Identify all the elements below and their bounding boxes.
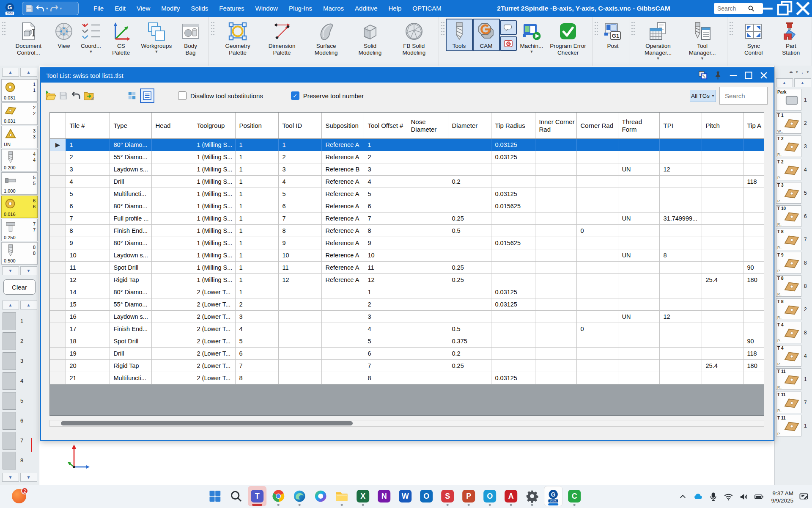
cell-toolgroup[interactable]: 2 (Lower T...	[193, 372, 235, 384]
cell-subposition[interactable]: Reference A	[321, 151, 364, 163]
row-selector-cell[interactable]	[50, 151, 66, 163]
cell-type[interactable]: Drill	[110, 176, 151, 188]
cell-type[interactable]: 80° Diamo...	[110, 139, 151, 151]
cell-type[interactable]: Spot Drill	[110, 335, 151, 348]
cell-nose-diameter[interactable]	[407, 237, 448, 249]
cell-tool-offset[interactable]: 7	[364, 213, 407, 225]
preserve-tool-number-checkbox[interactable]: ✓ Preserve tool number	[291, 91, 364, 100]
cell-corner-rad[interactable]	[576, 335, 618, 348]
cell-tile[interactable]: 15	[66, 298, 110, 311]
cell-subposition[interactable]	[321, 323, 364, 335]
column-header-nose-diameter[interactable]: Nose Diameter	[407, 113, 448, 139]
cell-tool-offset[interactable]: 6	[364, 200, 407, 213]
cell-tpi[interactable]	[659, 360, 702, 372]
scroll-down-button[interactable]: ▼	[2, 266, 19, 275]
cell-head[interactable]	[151, 225, 193, 237]
cell-inner-corner-rad[interactable]	[535, 274, 576, 286]
row-selector-cell[interactable]	[50, 249, 66, 262]
cell-pitch[interactable]	[702, 176, 743, 188]
cell-diameter[interactable]: 0.2	[448, 176, 491, 188]
cell-thread-form[interactable]	[618, 176, 659, 188]
tool-tile-5[interactable]: 551.000	[1, 172, 38, 195]
cell-inner-corner-rad[interactable]	[535, 372, 576, 384]
cell-tip-a[interactable]	[743, 237, 764, 249]
table-row-tile-12[interactable]: 12Rigid Tap1 (Milling S...112Reference A…	[50, 274, 764, 286]
cell-toolgroup[interactable]: 1 (Milling S...	[193, 225, 235, 237]
cell-toolgroup[interactable]: 1 (Milling S...	[193, 176, 235, 188]
cell-position[interactable]: 2	[235, 298, 278, 311]
cell-head[interactable]	[151, 262, 193, 274]
cell-diameter[interactable]	[448, 286, 491, 298]
turret-tile-6[interactable]: T 10P..6	[776, 205, 812, 227]
tool-slot-box[interactable]	[3, 332, 16, 350]
ribbon-button-sync-control[interactable]: Sync Control	[734, 19, 773, 58]
cell-diameter[interactable]	[448, 372, 491, 384]
cell-tpi[interactable]	[659, 262, 702, 274]
cell-tool-id[interactable]: 3	[278, 163, 321, 176]
ribbon-group-handle[interactable]	[441, 21, 445, 36]
ribbon-button-machin[interactable]: Machin...▼	[517, 19, 547, 55]
cell-nose-diameter[interactable]	[407, 213, 448, 225]
cell-tpi[interactable]	[659, 237, 702, 249]
cell-subposition[interactable]	[321, 286, 364, 298]
cell-subposition[interactable]	[321, 298, 364, 311]
cell-tip-a[interactable]	[743, 323, 764, 335]
cell-subposition[interactable]	[321, 311, 364, 323]
cell-inner-corner-rad[interactable]	[535, 262, 576, 274]
cell-inner-corner-rad[interactable]	[535, 163, 576, 176]
cell-tip-a[interactable]: 90	[743, 335, 764, 348]
scrollbar-thumb[interactable]	[61, 421, 353, 425]
cell-thread-form[interactable]	[618, 335, 659, 348]
app-search-input[interactable]	[716, 5, 748, 12]
cell-tool-id[interactable]: 8	[278, 225, 321, 237]
cell-tool-offset[interactable]: 11	[364, 262, 407, 274]
cell-pitch[interactable]	[702, 163, 743, 176]
cell-toolgroup[interactable]: 1 (Milling S...	[193, 237, 235, 249]
row-selector-cell[interactable]	[50, 176, 66, 188]
cell-tool-offset[interactable]: 12	[364, 274, 407, 286]
cell-nose-diameter[interactable]	[407, 348, 448, 360]
cell-thread-form[interactable]	[618, 237, 659, 249]
cell-position[interactable]: 5	[235, 335, 278, 348]
row-selector-cell[interactable]	[50, 274, 66, 286]
cell-tpi[interactable]: 31.749999...	[659, 213, 702, 225]
table-row-tile-4[interactable]: 4Drill1 (Milling S...14Reference A40.211…	[50, 176, 764, 188]
table-row-tile-18[interactable]: 18Spot Drill2 (Lower T...550.37590	[50, 335, 764, 348]
clear-button[interactable]: Clear	[3, 279, 36, 295]
turret-tile-box[interactable]: T 2P..	[776, 135, 801, 157]
cell-tile[interactable]: 8	[66, 225, 110, 237]
turret-tile-box[interactable]: T 9P..	[776, 252, 801, 273]
cell-type[interactable]: Laydown s...	[110, 311, 151, 323]
cell-inner-corner-rad[interactable]	[535, 286, 576, 298]
cell-tool-id[interactable]: 10	[278, 249, 321, 262]
ribbon-button-dimension-palette[interactable]: Dimension Palette	[260, 19, 304, 58]
turret-tile-3[interactable]: T 2P..3	[776, 135, 812, 157]
cell-position[interactable]: 1	[235, 225, 278, 237]
cell-position[interactable]: 6	[235, 348, 278, 360]
panel-options-icon[interactable]: ◂▸	[789, 70, 793, 74]
row-selector-cell[interactable]: ▶	[50, 139, 66, 151]
cell-thread-form[interactable]	[618, 286, 659, 298]
cell-tip-a[interactable]	[743, 225, 764, 237]
ribbon-button-tools[interactable]: Tools	[446, 19, 473, 51]
app-search-box[interactable]	[714, 3, 763, 14]
cell-nose-diameter[interactable]	[407, 298, 448, 311]
redo-dropdown-caret-icon[interactable]: ▾	[60, 6, 62, 11]
cell-tip-a[interactable]: 180	[743, 274, 764, 286]
turret-tile-box[interactable]: T 11P..	[776, 415, 801, 436]
cell-thread-form[interactable]	[618, 151, 659, 163]
menu-edit[interactable]: Edit	[109, 0, 131, 17]
cell-tip-radius[interactable]	[491, 249, 535, 262]
turret-tile-1[interactable]: Park1	[776, 89, 812, 110]
tool-slot-8[interactable]: 8	[3, 451, 39, 469]
cell-subposition[interactable]: Reference A	[321, 249, 364, 262]
chevron-up-icon[interactable]	[678, 492, 688, 502]
column-header-corner-rad[interactable]: Corner Rad	[576, 113, 618, 139]
cell-inner-corner-rad[interactable]	[535, 311, 576, 323]
column-header-tool-id[interactable]: Tool ID	[278, 113, 321, 139]
cell-tool-offset[interactable]: 3	[364, 163, 407, 176]
notification-center-icon[interactable]	[799, 492, 809, 502]
tool-slot-box[interactable]	[3, 312, 16, 330]
cell-position[interactable]: 1	[235, 139, 278, 151]
column-header-position[interactable]: Position	[235, 113, 278, 139]
